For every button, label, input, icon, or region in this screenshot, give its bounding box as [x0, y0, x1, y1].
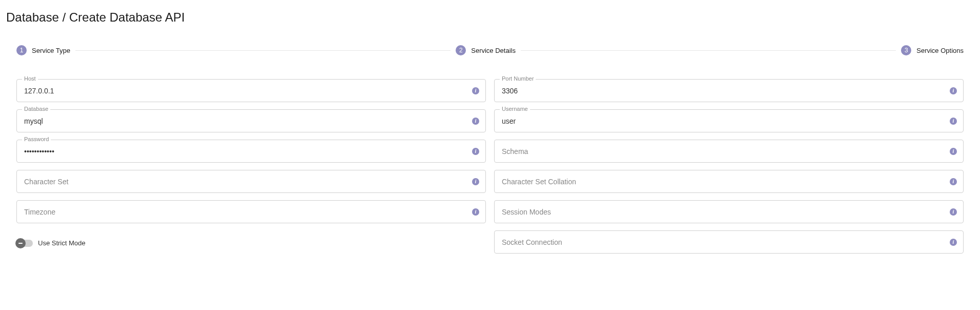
timezone-input[interactable]	[17, 201, 485, 223]
username-label: Username	[500, 106, 530, 112]
charset-field: i	[16, 170, 486, 193]
session-modes-field-wrap: i	[494, 200, 964, 223]
database-field: Database i	[16, 109, 486, 132]
host-label: Host	[22, 75, 38, 82]
step-service-options[interactable]: 3 Service Options	[901, 45, 964, 55]
schema-input[interactable]	[495, 140, 963, 162]
strict-mode-label: Use Strict Mode	[38, 239, 85, 247]
info-icon[interactable]: i	[950, 239, 957, 246]
step-divider	[521, 50, 896, 51]
info-icon[interactable]: i	[472, 178, 479, 185]
charset-field-wrap: i	[16, 170, 486, 193]
toggle-knob	[15, 238, 26, 248]
step-badge-2: 2	[456, 45, 466, 55]
timezone-field-wrap: i	[16, 200, 486, 223]
database-input[interactable]	[17, 110, 485, 132]
step-badge-1: 1	[16, 45, 27, 55]
host-input[interactable]	[17, 80, 485, 102]
schema-field: i	[494, 140, 964, 163]
session-modes-field: i	[494, 200, 964, 223]
socket-input[interactable]	[495, 231, 963, 253]
info-icon[interactable]: i	[472, 118, 479, 125]
socket-field: i	[494, 230, 964, 254]
info-icon[interactable]: i	[950, 118, 957, 125]
collation-field: i	[494, 170, 964, 193]
step-badge-3: 3	[901, 45, 911, 55]
step-service-type[interactable]: 1 Service Type	[16, 45, 70, 55]
collation-input[interactable]	[495, 170, 963, 192]
info-icon[interactable]: i	[950, 87, 957, 94]
step-label-3: Service Options	[916, 47, 964, 54]
step-label-1: Service Type	[32, 47, 70, 54]
database-label: Database	[22, 106, 50, 112]
username-field-wrap: Username i	[494, 109, 964, 132]
info-icon[interactable]: i	[472, 148, 479, 155]
info-icon[interactable]: i	[950, 208, 957, 216]
username-field: Username i	[494, 109, 964, 132]
host-field: Host i	[16, 79, 486, 102]
stepper: 1 Service Type 2 Service Details 3 Servi…	[16, 45, 964, 55]
database-field-wrap: Database i	[16, 109, 486, 132]
page-title: Database / Create Database API	[6, 10, 974, 25]
password-input[interactable]	[17, 140, 485, 162]
port-input[interactable]	[495, 80, 963, 102]
timezone-field: i	[16, 200, 486, 223]
schema-field-wrap: i	[494, 140, 964, 163]
info-icon[interactable]: i	[472, 87, 479, 94]
port-field-wrap: Port Number i	[494, 79, 964, 102]
socket-field-wrap: i	[494, 230, 964, 254]
info-icon[interactable]: i	[472, 208, 479, 216]
port-field: Port Number i	[494, 79, 964, 102]
password-field-wrap: Password i	[16, 140, 486, 163]
form-grid: Host i Port Number i Database i Username…	[16, 79, 964, 254]
step-label-2: Service Details	[471, 47, 516, 54]
username-input[interactable]	[495, 110, 963, 132]
charset-input[interactable]	[17, 170, 485, 192]
password-field: Password i	[16, 140, 486, 163]
step-divider	[75, 50, 450, 51]
session-modes-input[interactable]	[495, 201, 963, 223]
step-service-details[interactable]: 2 Service Details	[456, 45, 516, 55]
host-field-wrap: Host i	[16, 79, 486, 102]
port-label: Port Number	[500, 75, 536, 82]
password-label: Password	[22, 136, 51, 142]
strict-mode-row: Use Strict Mode	[16, 232, 486, 254]
info-icon[interactable]: i	[950, 148, 957, 155]
collation-field-wrap: i	[494, 170, 964, 193]
info-icon[interactable]: i	[950, 178, 957, 185]
strict-mode-toggle[interactable]	[16, 240, 33, 247]
